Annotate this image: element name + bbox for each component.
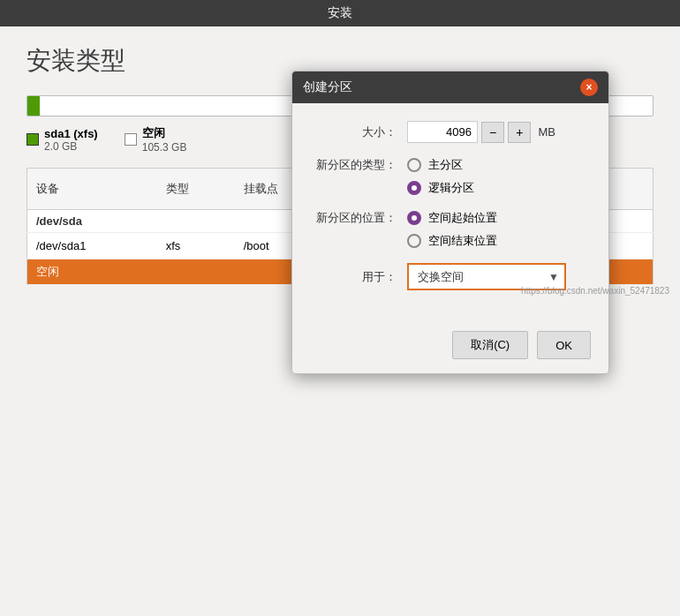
dialog-close-button[interactable]: ×	[580, 79, 598, 96]
radio-start-label: 空间起始位置	[428, 210, 497, 226]
radio-logical-circle	[407, 181, 421, 195]
partition-type-row: 新分区的类型： 主分区 逻辑分区	[310, 157, 591, 196]
radio-end-label: 空间结束位置	[428, 233, 497, 249]
cancel-button[interactable]: 取消(C)	[452, 331, 528, 359]
cell-device-sda1: /dev/sda1	[27, 233, 157, 259]
legend-free: 空闲 105.3 GB	[125, 125, 187, 154]
legend-label-sda1: sda1 (xfs)	[44, 127, 98, 140]
legend-color-sda1	[26, 133, 39, 146]
cell-device-free: 空闲	[27, 259, 157, 285]
radio-logical[interactable]: 逻辑分区	[407, 180, 474, 196]
partition-position-row: 新分区的位置： 空间起始位置 空间结束位置	[310, 210, 591, 249]
size-input[interactable]	[407, 121, 478, 143]
radio-start[interactable]: 空间起始位置	[407, 210, 497, 226]
col-device: 设备	[27, 169, 157, 210]
ok-button[interactable]: OK	[537, 331, 591, 359]
disk-bar-used	[27, 96, 40, 116]
radio-end-circle	[407, 234, 421, 248]
partition-type-label: 新分区的类型：	[310, 157, 407, 173]
size-label: 大小：	[310, 124, 407, 140]
legend-size-sda1: 2.0 GB	[44, 140, 98, 153]
size-unit: MB	[538, 125, 555, 139]
titlebar: 安装	[0, 0, 680, 26]
radio-end[interactable]: 空间结束位置	[407, 233, 497, 249]
col-type: 类型	[157, 169, 235, 210]
size-row: 大小： − + MB	[310, 121, 591, 143]
radio-primary-label: 主分区	[428, 157, 463, 173]
watermark: https://blog.csdn.net/waxin_52471823	[521, 286, 669, 296]
radio-logical-label: 逻辑分区	[428, 180, 474, 196]
cell-device-group: /dev/sda	[27, 210, 157, 233]
dialog-title: 创建分区	[303, 79, 352, 95]
main-content: 安装类型 sda1 (xfs) 2.0 GB 空闲 105.3 GB 设备 类型	[0, 26, 680, 303]
dialog-header: 创建分区 ×	[292, 71, 608, 103]
legend-label-free: 空闲	[142, 126, 165, 139]
radio-primary-circle	[407, 158, 421, 172]
legend-size-free: 105.3 GB	[142, 141, 187, 154]
create-partition-dialog: 创建分区 × 大小： − + MB 新分区的类型：	[291, 71, 609, 374]
size-plus-button[interactable]: +	[508, 122, 531, 143]
use-for-label: 用于：	[310, 269, 407, 285]
partition-position-options: 空间起始位置 空间结束位置	[407, 210, 497, 249]
partition-position-label: 新分区的位置：	[310, 210, 407, 226]
size-control: − + MB	[407, 121, 591, 143]
dialog-footer: 取消(C) OK	[292, 322, 608, 373]
radio-start-circle	[407, 211, 421, 225]
titlebar-label: 安装	[328, 5, 352, 19]
legend-color-free	[125, 133, 137, 146]
cell-type-sda1: xfs	[157, 233, 235, 259]
legend-sda1: sda1 (xfs) 2.0 GB	[26, 127, 98, 153]
partition-type-options: 主分区 逻辑分区	[407, 157, 474, 196]
size-minus-button[interactable]: −	[481, 122, 504, 143]
radio-primary[interactable]: 主分区	[407, 157, 474, 173]
